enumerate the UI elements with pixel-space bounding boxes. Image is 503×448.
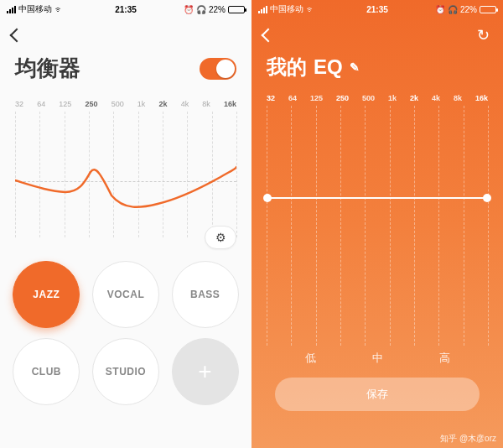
freq-label-250: 250 bbox=[336, 94, 349, 102]
gear-icon: ⚙ bbox=[215, 231, 226, 244]
frequency-labels: 32641252505001k2k4k8k16k bbox=[0, 95, 252, 112]
battery-percent: 22% bbox=[209, 5, 226, 14]
preset-jazz[interactable]: JAZZ bbox=[13, 261, 80, 328]
status-time: 21:35 bbox=[366, 5, 388, 14]
eq-toggle[interactable] bbox=[200, 58, 236, 80]
range-label: 高 bbox=[439, 351, 450, 366]
wifi-icon: ᯤ bbox=[306, 4, 315, 14]
battery-percent: 22% bbox=[460, 5, 477, 14]
freq-label-64: 64 bbox=[288, 94, 297, 102]
signal-icon bbox=[258, 6, 267, 13]
alarm-icon: ⏰ bbox=[435, 5, 445, 14]
freq-label-4k: 4k bbox=[432, 94, 440, 102]
add-preset-button[interactable]: + bbox=[172, 338, 239, 405]
preset-vocal[interactable]: VOCAL bbox=[92, 261, 159, 328]
headphone-icon: 🎧 bbox=[448, 5, 458, 14]
status-bar: 中国移动 ᯤ 21:35 ⏰ 🎧 22% bbox=[0, 0, 252, 17]
wifi-icon: ᯤ bbox=[54, 4, 64, 14]
save-button[interactable]: 保存 bbox=[275, 378, 480, 411]
freq-label-4k: 4k bbox=[181, 100, 189, 108]
eq-curve-chart[interactable]: ⚙ bbox=[15, 112, 236, 237]
carrier-label: 中国移动 bbox=[270, 3, 303, 15]
reset-button[interactable]: ↻ bbox=[477, 26, 490, 44]
my-eq-screen: 中国移动 ᯤ 21:35 ⏰ 🎧 22% ↻ 我的 EQ ✎ 326412525… bbox=[252, 0, 503, 448]
freq-label-500: 500 bbox=[111, 100, 124, 108]
back-icon[interactable] bbox=[262, 29, 276, 43]
freq-label-8k: 8k bbox=[202, 100, 210, 108]
freq-label-1k: 1k bbox=[137, 100, 146, 108]
status-time: 21:35 bbox=[115, 5, 137, 14]
freq-label-32: 32 bbox=[15, 100, 23, 108]
preset-club[interactable]: CLUB bbox=[13, 338, 80, 405]
freq-label-2k: 2k bbox=[158, 100, 167, 108]
preset-bass[interactable]: BASS bbox=[172, 261, 239, 328]
alarm-icon: ⏰ bbox=[184, 5, 194, 14]
signal-icon bbox=[7, 6, 16, 13]
freq-label-250: 250 bbox=[85, 100, 97, 108]
eq-flat-line[interactable] bbox=[267, 197, 488, 199]
freq-label-64: 64 bbox=[37, 100, 45, 108]
battery-icon bbox=[228, 6, 245, 13]
freq-label-16k: 16k bbox=[475, 94, 488, 102]
range-label: 中 bbox=[372, 351, 383, 366]
page-title: 均衡器 bbox=[15, 54, 80, 83]
header bbox=[0, 17, 252, 54]
preset-grid: JAZZVOCALBASSCLUBSTUDIO+ bbox=[0, 237, 252, 414]
range-label: 低 bbox=[305, 351, 316, 366]
freq-label-1k: 1k bbox=[388, 94, 397, 102]
eq-handle-right[interactable] bbox=[483, 194, 491, 202]
battery-icon bbox=[480, 6, 496, 13]
freq-label-2k: 2k bbox=[410, 94, 418, 102]
freq-label-16k: 16k bbox=[224, 100, 236, 108]
back-icon[interactable] bbox=[10, 29, 24, 43]
freq-label-500: 500 bbox=[362, 94, 375, 102]
headphone-icon: 🎧 bbox=[196, 5, 206, 14]
freq-label-32: 32 bbox=[267, 94, 275, 102]
freq-label-125: 125 bbox=[59, 100, 71, 108]
freq-label-8k: 8k bbox=[454, 94, 462, 102]
range-labels: 低中高 bbox=[252, 346, 503, 374]
frequency-labels: 32641252505001k2k4k8k16k bbox=[252, 89, 503, 106]
edit-icon[interactable]: ✎ bbox=[350, 60, 360, 74]
settings-button[interactable]: ⚙ bbox=[205, 226, 236, 249]
carrier-label: 中国移动 bbox=[18, 3, 52, 15]
preset-studio[interactable]: STUDIO bbox=[92, 338, 159, 405]
eq-handle-left[interactable] bbox=[263, 194, 272, 202]
equalizer-screen: 中国移动 ᯤ 21:35 ⏰ 🎧 22% 均衡器 32641252505001k… bbox=[0, 0, 252, 448]
refresh-icon: ↻ bbox=[477, 27, 490, 44]
status-bar: 中国移动 ᯤ 21:35 ⏰ 🎧 22% bbox=[252, 0, 503, 17]
header: ↻ bbox=[252, 17, 503, 54]
freq-label-125: 125 bbox=[310, 94, 323, 102]
eq-editor-chart[interactable] bbox=[267, 106, 488, 346]
watermark: 知乎 @木彦orz bbox=[440, 433, 496, 445]
page-title: 我的 EQ ✎ bbox=[252, 54, 503, 89]
